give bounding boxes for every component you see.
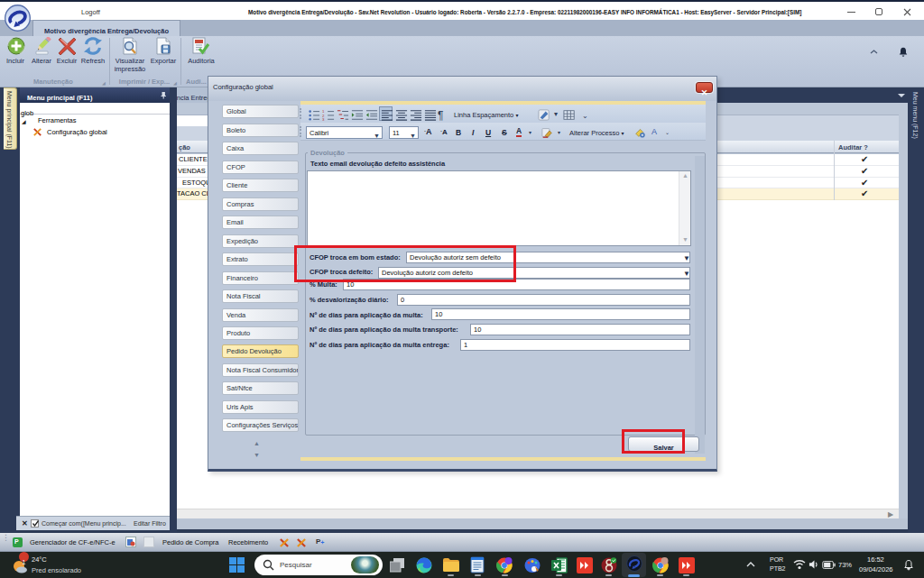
svg-text:3: 3: [322, 117, 325, 121]
